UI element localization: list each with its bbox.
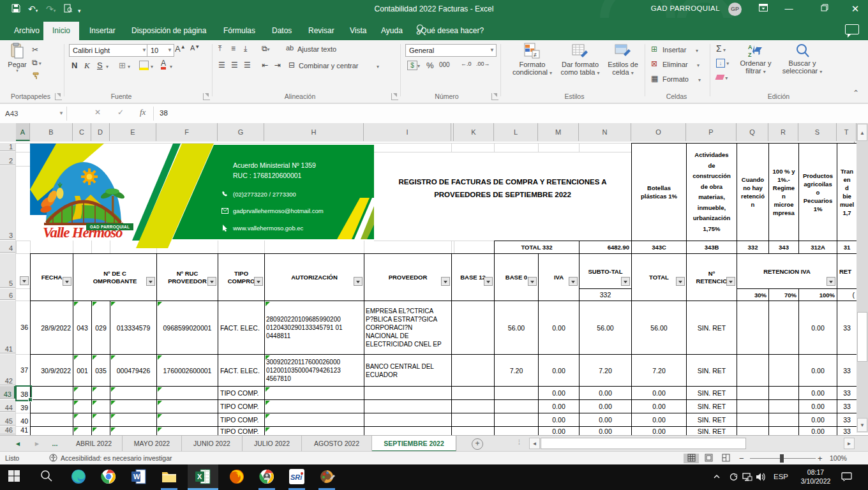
cell-G-r46[interactable]: TIPO COMP. <box>218 426 264 435</box>
cell-G-r42[interactable]: FACT. ELEC. <box>218 354 264 386</box>
vertical-scroll-thumb[interactable] <box>857 312 867 362</box>
cell-C-r43[interactable] <box>73 386 91 399</box>
insert-function-icon[interactable]: fx <box>140 107 146 117</box>
cell-F-r44[interactable] <box>156 399 218 413</box>
filter-button[interactable] <box>146 277 155 286</box>
cell-Q-r43[interactable] <box>737 386 768 399</box>
cell-N-r6[interactable]: 332 <box>579 288 631 301</box>
clipboard-dialog-launcher[interactable] <box>55 93 62 100</box>
cell-R-r46[interactable] <box>768 426 798 435</box>
cell-E-r42[interactable]: 000479426 <box>110 354 156 386</box>
column-header-H[interactable]: H <box>264 123 364 141</box>
tray-language[interactable]: ESP <box>774 473 788 480</box>
row-header-4[interactable]: 4 <box>0 241 15 253</box>
underline-icon[interactable]: S <box>97 61 103 70</box>
chrome-icon[interactable] <box>100 468 117 485</box>
row-header-5[interactable]: 5 <box>0 253 15 288</box>
excel-icon[interactable]: X <box>195 468 211 485</box>
cell-N-r44[interactable]: 0.00 <box>579 399 631 413</box>
cell-R-r4[interactable]: 343 <box>768 241 798 253</box>
zoom-slider-thumb[interactable] <box>780 454 784 463</box>
name-box[interactable]: A43 <box>0 106 61 121</box>
cell-J-r5[interactable]: BASE 12 <box>451 253 494 301</box>
cell-R-r6[interactable]: 70% <box>768 288 798 301</box>
tray-network-icon[interactable] <box>742 472 752 484</box>
cell-P-r5[interactable]: NºRETENCIO <box>686 253 737 301</box>
restore-button[interactable] <box>812 0 837 18</box>
insert-dropdown[interactable]: ▾ <box>696 48 698 54</box>
cell-T-r45[interactable]: 33 <box>837 413 857 426</box>
cell-O-r43[interactable]: 0.00 <box>631 386 686 399</box>
sheet-nav-left[interactable]: ◄ <box>11 436 24 452</box>
formula-input[interactable]: 38 <box>160 109 168 117</box>
cell-R-r42[interactable] <box>768 354 798 386</box>
cell-O-r45[interactable]: 0.00 <box>631 413 686 426</box>
row-header-42[interactable]: 42 <box>0 354 15 385</box>
cell-B-r41[interactable]: 28/9/2022 <box>30 301 73 354</box>
cell-R-r41[interactable] <box>768 301 798 354</box>
cell-H-r43[interactable] <box>264 386 364 399</box>
cell-G-r41[interactable]: FACT. ELEC. <box>218 301 264 354</box>
cell-J-r44[interactable] <box>451 399 494 413</box>
bold-icon[interactable]: N <box>71 61 77 70</box>
cell-A-r45[interactable]: 40 <box>16 413 30 426</box>
align-dialog-launcher[interactable] <box>391 93 398 100</box>
tell-me-search[interactable]: ¿Qué desea hacer? <box>416 26 484 35</box>
copy-icon[interactable]: ⧉ ▾ <box>32 58 41 67</box>
cell-Q-r44[interactable] <box>737 399 768 413</box>
filter-button[interactable] <box>484 277 493 286</box>
tray-meet-icon[interactable] <box>729 472 738 484</box>
clear-icon[interactable]: ▾ <box>716 73 728 82</box>
orientation-icon[interactable]: ⧉▾ <box>262 44 270 53</box>
tab-ayuda[interactable]: Ayuda <box>372 22 412 40</box>
column-header-E[interactable]: E <box>110 123 156 141</box>
sheet-nav-more[interactable]: ... <box>49 436 61 452</box>
cell-L-r45[interactable] <box>494 413 538 426</box>
cell-P-r43[interactable]: SIN. RET <box>686 386 737 399</box>
row-header-2[interactable]: 2 <box>0 152 15 165</box>
cell-J-r42[interactable] <box>451 354 494 386</box>
cell-Q-r41[interactable] <box>737 301 768 354</box>
cell-G-r5[interactable]: TIPOCOMPRO <box>218 253 264 301</box>
cell-E-r44[interactable] <box>110 399 156 413</box>
row-header-45[interactable]: 45 <box>0 413 15 426</box>
sheet-nav-right[interactable]: ► <box>31 436 43 452</box>
row-header-41[interactable]: 41 <box>0 301 15 353</box>
cell-R-r43[interactable] <box>768 386 798 399</box>
column-header-T[interactable]: T <box>837 123 857 141</box>
comments-icon[interactable] <box>845 24 859 34</box>
number-format-combo[interactable]: General▼ <box>405 44 497 57</box>
cell-M-r44[interactable]: 0.00 <box>538 399 579 413</box>
scroll-left-button[interactable]: ◄ <box>529 438 540 449</box>
column-header-L[interactable]: L <box>494 123 538 141</box>
cell-O-r4[interactable]: 343C <box>631 241 686 253</box>
cell-B-r45[interactable] <box>30 413 73 426</box>
cell-O-r42[interactable]: 7.20 <box>631 354 686 386</box>
sri-icon[interactable]: SRi <box>288 468 305 485</box>
column-header-B[interactable]: B <box>30 123 73 141</box>
filter-button[interactable] <box>569 277 578 286</box>
cell-I-r45[interactable] <box>364 413 451 426</box>
cell-S-r41[interactable]: 0.00 <box>798 301 837 354</box>
cell-C-r46[interactable] <box>73 426 91 435</box>
cell-S-r46[interactable]: 0.00 <box>798 426 837 435</box>
row-header-6[interactable]: 6 <box>0 288 15 300</box>
format-cells-label[interactable]: Formato <box>662 75 689 83</box>
cell-N-r5[interactable]: SUBTO-TAL <box>579 253 631 288</box>
cell-S-r6[interactable]: 100% <box>798 288 837 301</box>
align-middle-icon[interactable]: ≡ <box>231 44 236 53</box>
percent-icon[interactable]: % <box>426 61 434 70</box>
sheet-tab-septiembre-2022[interactable]: SEPTIEMBRE 2022 <box>372 436 456 452</box>
filter-button[interactable] <box>441 277 450 286</box>
cell-T-r41[interactable]: 33 <box>837 301 857 354</box>
column-header-Q[interactable]: Q <box>737 123 768 141</box>
cell-I-r42[interactable]: BANCO CENTRAL DELECUADOR <box>364 354 451 386</box>
cell-L-r44[interactable] <box>494 399 538 413</box>
cell-Q-r45[interactable] <box>737 413 768 426</box>
cell-styles-button[interactable]: Estilos de celda ▾ <box>605 43 641 77</box>
page-break-view-button[interactable] <box>718 454 733 463</box>
page-layout-view-button[interactable] <box>701 454 716 463</box>
cell-M-r42[interactable]: 0.00 <box>538 354 579 386</box>
find-select-button[interactable]: Buscar y seleccionar ▾ <box>780 43 825 76</box>
cell-N-r41[interactable]: 56.00 <box>579 301 631 354</box>
